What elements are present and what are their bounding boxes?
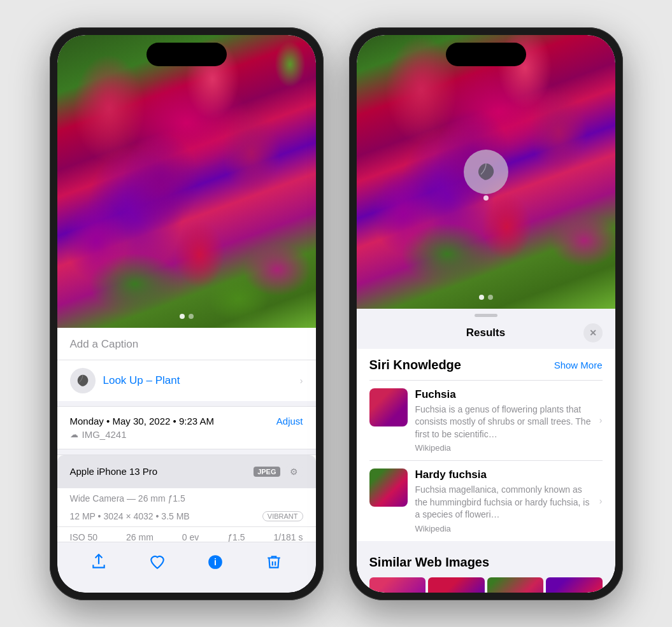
focal-value: 26 mm [126,532,154,542]
fuchsia-name: Fuchsia [415,388,592,401]
meta-filename: ☁ IMG_4241 [70,429,303,440]
hardy-chevron-icon: › [599,496,603,506]
svg-text:i: i [214,557,217,567]
show-more-button[interactable]: Show More [554,360,603,370]
format-badge: JPEG [254,467,280,477]
results-title: Results [389,327,583,339]
visual-lookup-circle [464,150,508,194]
siri-header: Siri Knowledge Show More [369,358,603,372]
iso-value: ISO 50 [70,532,98,542]
chevron-right-icon: › [300,376,303,386]
right-dot-1 [479,295,484,300]
device-name: Apple iPhone 13 Pro [70,466,158,477]
info-button[interactable]: i [201,548,229,576]
hardy-thumbnail [369,468,408,507]
device-res: 12 MP • 3024 × 4032 • 3.5 MB VIBRANT [57,509,316,526]
siri-knowledge-section: Siri Knowledge Show More Fuchsia Fuchsia… [357,349,615,542]
right-dot-2 [488,295,493,300]
lookup-subject: Plant [155,374,180,386]
siri-knowledge-title: Siri Knowledge [369,358,461,372]
dot-1 [180,314,185,319]
vibrant-badge: VIBRANT [262,511,303,521]
right-photo-dots [479,295,493,300]
aperture-value: ƒ1.5 [227,532,245,542]
similar-img-3[interactable] [487,577,544,592]
right-phone: Results ✕ Siri Knowledge Show More [349,27,623,600]
lookup-circle-dot [483,195,489,201]
ev-value: 0 ev [182,532,199,542]
flower-bg [57,35,316,328]
lookup-text: Look Up – [103,374,155,386]
results-panel: Results ✕ Siri Knowledge Show More [357,309,615,593]
device-section: Apple iPhone 13 Pro JPEG ⚙ Wide Camera —… [57,454,316,542]
similar-img-1[interactable] [369,577,426,592]
caption-area[interactable]: Add a Caption [57,328,316,360]
fuchsia-thumbnail [369,388,408,426]
device-header: Apple iPhone 13 Pro JPEG ⚙ [57,455,316,488]
device-mp: 12 MP • 3024 × 4032 • 3.5 MB [70,511,190,521]
dot-2 [189,314,194,319]
hardy-desc: Fuchsia magellanica, commonly known as t… [415,484,592,521]
left-phone: Add a Caption Look Up – Plant [50,27,324,600]
right-photo[interactable] [357,35,615,309]
left-content: Add a Caption Look Up – Plant [57,328,316,542]
exif-row: ISO 50 26 mm 0 ev ƒ1.5 1/181 s [57,526,316,542]
knowledge-card-hardy[interactable]: Hardy fuchsia Fuchsia magellanica, commo… [369,460,603,541]
cloud-icon: ☁ [70,430,78,439]
lookup-row[interactable]: Look Up – Plant › [57,360,316,401]
photo-dots [180,314,194,319]
close-button[interactable]: ✕ [583,323,603,342]
delete-button[interactable] [260,548,288,576]
favorite-button[interactable] [143,548,171,576]
left-photo[interactable] [57,35,316,328]
share-button[interactable] [85,548,113,576]
meta-date-row: Monday • May 30, 2022 • 9:23 AM Adjust [70,416,303,426]
similar-img-4[interactable] [546,577,603,592]
hardy-info: Hardy fuchsia Fuchsia magellanica, commo… [415,468,592,533]
bottom-toolbar: i [57,542,316,593]
right-dynamic-island [446,43,526,66]
similar-title: Similar Web Images [369,555,603,570]
device-badges: JPEG ⚙ [254,463,303,481]
device-camera: Wide Camera — 26 mm ƒ1.5 [57,488,316,509]
meta-date: Monday • May 30, 2022 • 9:23 AM [70,416,214,426]
leaf-icon [76,374,90,388]
hardy-source: Wikipedia [415,524,592,533]
caption-placeholder[interactable]: Add a Caption [70,338,139,350]
fuchsia-desc: Fuchsia is a genus of flowering plants t… [415,404,592,441]
meta-adjust[interactable]: Adjust [276,416,303,426]
lookup-leaf-icon [476,162,496,182]
lookup-label: Look Up – Plant [103,374,180,387]
knowledge-card-fuchsia[interactable]: Fuchsia Fuchsia is a genus of flowering … [369,380,603,461]
fuchsia-chevron-icon: › [599,415,603,425]
meta-section: Monday • May 30, 2022 • 9:23 AM Adjust ☁… [57,406,316,449]
fuchsia-info: Fuchsia Fuchsia is a genus of flowering … [415,388,592,453]
fuchsia-source: Wikipedia [415,443,592,453]
hardy-name: Hardy fuchsia [415,468,592,481]
dynamic-island [147,43,227,66]
similar-images [369,577,603,592]
lookup-icon [70,368,96,393]
shutter-value: 1/181 s [274,532,303,542]
phones-container: Add a Caption Look Up – Plant [50,27,623,600]
similar-section: Similar Web Images [357,546,615,592]
settings-icon: ⚙ [285,463,303,481]
results-header: Results ✕ [357,317,615,349]
similar-img-2[interactable] [428,577,485,592]
